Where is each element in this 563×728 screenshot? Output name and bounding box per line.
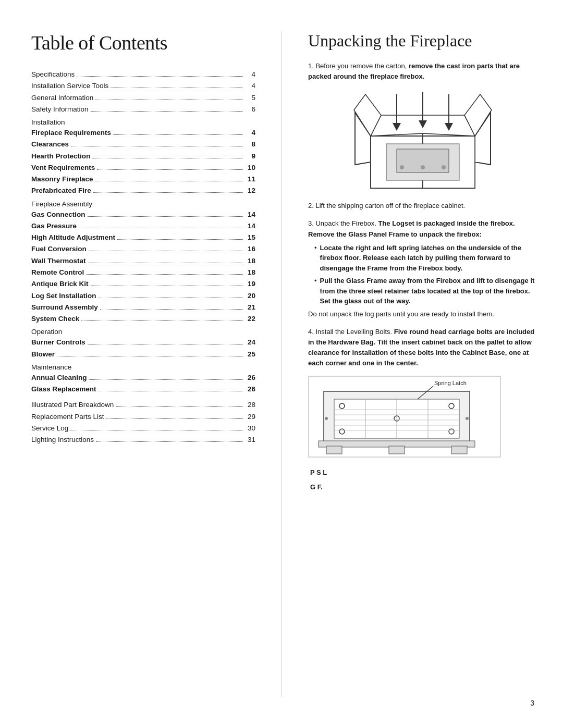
toc-label-log-set: Log Set Installation <box>31 290 245 302</box>
toc-section-operation: Operation Burner Controls 24 Blower 25 <box>31 328 255 360</box>
svg-marker-16 <box>445 123 453 131</box>
toc-entry-specifications: Specifications 4 <box>31 69 255 80</box>
toc-entry-clearances: Clearances 8 <box>31 139 255 150</box>
toc-page-prefab-fire: 12 <box>245 185 255 196</box>
toc-page-gas-connection: 14 <box>245 209 255 220</box>
toc-page-wall-thermostat: 18 <box>245 255 255 267</box>
toc-section-maintenance: Maintenance Annual Cleaning 26 Glass Rep… <box>31 363 255 396</box>
svg-point-45 <box>466 417 469 420</box>
unpack-step-3: 3. Unpack the Firebox. The Logset is pac… <box>308 218 537 319</box>
toc-header-maintenance: Maintenance <box>31 363 255 371</box>
toc-entry-masonry-fireplace: Masonry Fireplace 11 <box>31 174 255 185</box>
svg-rect-26 <box>326 446 342 454</box>
toc-header-assembly: Fireplace Assembly <box>31 200 255 208</box>
toc-page-hearth-protection: 9 <box>245 151 255 162</box>
toc-label-fireplace-req: Fireplace Requirements <box>31 127 245 139</box>
toc-page-vent-req: 10 <box>245 162 255 174</box>
toc-label-hearth-protection: Hearth Protection <box>31 151 245 162</box>
toc-page-clearances: 8 <box>245 139 255 150</box>
step1-text: 1. Before you remove the carton, remove … <box>308 61 537 82</box>
toc-label-service-log: Service Log <box>31 423 245 434</box>
toc-label-surround-assembly: Surround Assembly <box>31 302 245 313</box>
toc-label-glass-replacement: Glass Replacement <box>31 384 245 395</box>
bullet-item-1: • Locate the right and left spring latch… <box>314 243 537 274</box>
toc-entry-annual-cleaning: Annual Cleaning 26 <box>31 372 255 384</box>
toc-label-blower: Blower <box>31 349 245 360</box>
psl-caption: P S L G F. <box>308 463 537 492</box>
toc-label-system-check: System Check <box>31 313 245 325</box>
toc-entry-service-tools: Installation Service Tools 4 <box>31 80 255 92</box>
box-illustration <box>308 89 537 193</box>
fireplace-base-svg: Spring Latch <box>308 376 501 459</box>
toc-label-parts-list: Replacement Parts List <box>31 411 245 423</box>
svg-marker-12 <box>393 123 401 131</box>
toc-entry-prefab-fire: Prefabricated Fire 12 <box>31 185 255 196</box>
toc-label-wall-thermostat: Wall Thermostat <box>31 255 245 267</box>
toc-entry-vent-req: Vent Requirements 10 <box>31 162 255 174</box>
toc-entry-gas-connection: Gas Connection 14 <box>31 209 255 220</box>
bullet-text-2: Pull the Glass Frame away from the Fireb… <box>320 276 537 306</box>
toc-entry-safety-info: Safety Information 6 <box>31 104 255 115</box>
svg-point-21 <box>442 165 446 169</box>
toc-entry-general-info: General Information 5 <box>31 92 255 104</box>
toc-page-surround-assembly: 21 <box>245 302 255 313</box>
svg-rect-27 <box>389 446 405 454</box>
fireplace-diagram-container: Spring Latch P S L G F. <box>308 376 537 492</box>
toc-label-vent-req: Vent Requirements <box>31 162 245 174</box>
toc-entry-system-check: System Check 22 <box>31 313 255 325</box>
toc-entry-high-altitude: High Altitude Adjustment 15 <box>31 232 255 243</box>
svg-point-19 <box>400 165 404 169</box>
toc-entry-gas-pressure: Gas Pressure 14 <box>31 220 255 232</box>
toc-page-specifications: 4 <box>245 69 255 80</box>
toc-label-high-altitude: High Altitude Adjustment <box>31 232 245 243</box>
toc-page-burner-controls: 24 <box>245 337 255 348</box>
toc-entry-surround-assembly: Surround Assembly 21 <box>31 302 255 313</box>
toc-label-fuel-conversion: Fuel Conversion <box>31 243 245 255</box>
toc-label-specifications: Specifications <box>31 69 245 80</box>
toc-label-masonry-fireplace: Masonry Fireplace <box>31 174 245 185</box>
svg-point-20 <box>421 165 425 169</box>
toc-page-lighting-instructions: 31 <box>245 434 255 446</box>
toc-entry-fireplace-req: Fireplace Requirements 4 <box>31 127 255 139</box>
toc-header-installation: Installation <box>31 118 255 126</box>
psl-line1: P S L <box>310 467 537 478</box>
toc-label-part-breakdown: Illustrated Part Breakdown <box>31 399 245 411</box>
unpack-step-2: 2. Lift the shipping carton off of the f… <box>308 201 537 211</box>
toc-entry-fuel-conversion: Fuel Conversion 16 <box>31 243 255 255</box>
toc-section-assembly: Fireplace Assembly Gas Connection 14 Gas… <box>31 200 255 325</box>
toc-label-remote-control: Remote Control <box>31 267 245 278</box>
unpack-section: Unpacking the Fireplace 1. Before you re… <box>308 31 537 697</box>
unpack-title: Unpacking the Fireplace <box>308 31 537 51</box>
toc-entry-part-breakdown: Illustrated Part Breakdown 28 <box>31 399 255 411</box>
toc-page-glass-replacement: 26 <box>245 384 255 395</box>
step4-text: 4. Install the Levelling Bolts. Five rou… <box>308 327 537 369</box>
svg-rect-28 <box>451 446 467 454</box>
toc-entry-service-log: Service Log 30 <box>31 423 255 434</box>
step3-text: 3. Unpack the Firebox. The Logset is pac… <box>308 218 537 239</box>
toc-final-entries: Illustrated Part Breakdown 28 Replacemen… <box>31 399 255 446</box>
svg-point-44 <box>325 417 328 420</box>
toc-page-parts-list: 29 <box>245 411 255 423</box>
toc-label-gas-pressure: Gas Pressure <box>31 220 245 232</box>
bullet-dot-2: • <box>314 276 317 306</box>
toc-page-fuel-conversion: 16 <box>245 243 255 255</box>
toc-section: Table of Contents Specifications 4 Insta… <box>31 31 255 697</box>
unpack-step-4: 4. Install the Levelling Bolts. Five rou… <box>308 327 537 369</box>
toc-label-antique-brick: Antique Brick Kit <box>31 278 245 290</box>
toc-entry-lighting-instructions: Lighting Instructions 31 <box>31 434 255 446</box>
toc-label-clearances: Clearances <box>31 139 245 150</box>
toc-section-installation: Installation Fireplace Requirements 4 Cl… <box>31 118 255 197</box>
step3-note: Do not unpack the log parts until you ar… <box>308 309 537 319</box>
toc-page-general-info: 5 <box>245 92 255 104</box>
toc-entry-remote-control: Remote Control 18 <box>31 267 255 278</box>
toc-page-fireplace-req: 4 <box>245 127 255 139</box>
toc-page-antique-brick: 19 <box>245 278 255 290</box>
toc-page-high-altitude: 15 <box>245 232 255 243</box>
page-number: 3 <box>530 699 534 707</box>
svg-text:Spring Latch: Spring Latch <box>434 380 467 386</box>
toc-header-operation: Operation <box>31 328 255 336</box>
toc-label-annual-cleaning: Annual Cleaning <box>31 372 245 384</box>
toc-label-general-info: General Information <box>31 92 245 104</box>
toc-entry-blower: Blower 25 <box>31 349 255 360</box>
toc-entry-wall-thermostat: Wall Thermostat 18 <box>31 255 255 267</box>
